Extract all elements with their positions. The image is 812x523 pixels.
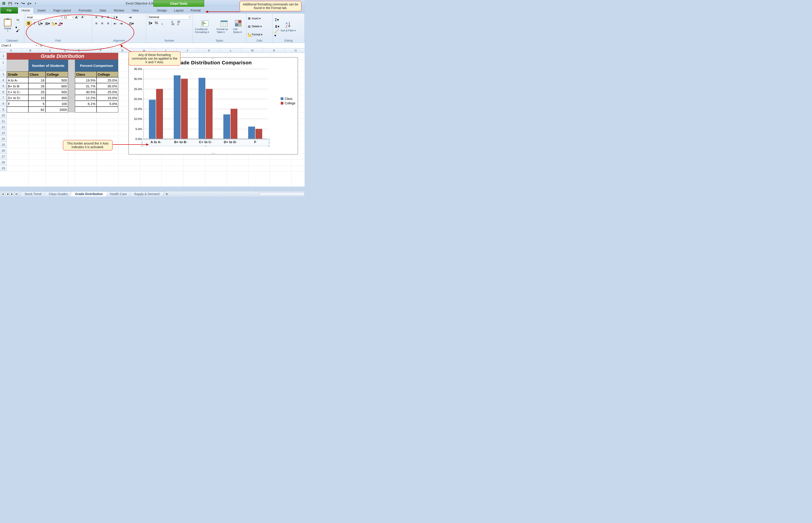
increase-decimal-icon[interactable]: .0.00 — [170, 21, 175, 25]
cell-styles-button[interactable]: Cell Styles ▾ — [232, 19, 245, 34]
bar[interactable] — [248, 126, 255, 139]
horizontal-scrollbar[interactable] — [260, 192, 305, 196]
table-subheader[interactable]: Class — [29, 71, 45, 77]
file-tab[interactable]: File — [0, 7, 18, 14]
table-subheader[interactable]: Class — [75, 71, 97, 77]
table-row[interactable]: 500 — [45, 89, 68, 95]
chart-legend[interactable]: Class College — [281, 96, 295, 106]
row-header-16[interactable]: 16 — [0, 148, 7, 154]
table-cell[interactable] — [68, 83, 75, 89]
bar[interactable] — [223, 114, 230, 139]
row-header-2[interactable]: 2 — [0, 60, 7, 71]
table-cell[interactable] — [7, 60, 29, 71]
table-total[interactable] — [97, 107, 118, 112]
table-row[interactable]: 5 — [29, 101, 45, 107]
col-header-F[interactable]: F — [90, 48, 112, 53]
row-header-12[interactable]: 12 — [0, 124, 7, 130]
row-header-8[interactable]: 8 — [0, 101, 7, 107]
table-row[interactable]: 25 — [29, 89, 45, 95]
table-row[interactable]: D+ to D- — [7, 95, 29, 101]
merge-center-icon[interactable]: ⊟▾ — [129, 21, 134, 26]
table-row[interactable]: 300 — [45, 95, 68, 101]
clear-icon[interactable]: 🧹▾ — [274, 31, 280, 36]
table-row[interactable]: 600 — [45, 83, 68, 89]
table-row[interactable]: 500 — [45, 77, 68, 83]
table-cell[interactable] — [68, 101, 75, 107]
align-bottom-icon[interactable]: ≡ — [106, 15, 111, 20]
tab-page-layout[interactable]: Page Layout — [50, 7, 75, 14]
excel-icon[interactable]: X — [1, 1, 7, 6]
tab-formulas[interactable]: Formulas — [75, 7, 96, 14]
table-cell[interactable] — [68, 60, 75, 71]
name-box[interactable]: Chart 3▾ — [0, 44, 38, 47]
autosum-icon[interactable]: Σ▾ — [274, 17, 280, 22]
table-cell[interactable] — [68, 77, 75, 83]
row-header-5[interactable]: 5 — [0, 83, 7, 89]
underline-button[interactable]: U▾ — [38, 21, 43, 26]
font-name-combo[interactable]: Arial▾ — [26, 15, 62, 20]
table-row[interactable]: 31.7% — [75, 83, 97, 89]
decrease-indent-icon[interactable]: ⇤ — [112, 21, 118, 26]
table-total[interactable] — [75, 107, 97, 112]
col-header-O[interactable]: O — [285, 48, 305, 53]
decrease-decimal-icon[interactable]: .00.0 — [176, 21, 181, 25]
chart-handle-bottom[interactable]: •••• — [211, 152, 215, 155]
format-painter-icon[interactable]: 🖌 — [15, 28, 21, 33]
table-row[interactable]: 15.0% — [97, 95, 118, 101]
table-row[interactable]: 30.0% — [97, 83, 118, 89]
number-format-combo[interactable]: General▾ — [148, 15, 190, 19]
table-row[interactable]: 25.0% — [97, 89, 118, 95]
paste-button[interactable]: Paste ▾ — [1, 18, 14, 33]
fill-color-button[interactable]: ▾ — [52, 21, 57, 26]
table-title[interactable]: Grade Distribution — [7, 53, 118, 60]
table-header[interactable]: Percent Comparison — [75, 60, 118, 71]
col-header-M[interactable]: M — [242, 48, 263, 53]
sheet-tab-health-care[interactable]: Health Care — [105, 191, 132, 197]
bar[interactable] — [231, 109, 237, 139]
table-row[interactable]: 5.0% — [97, 101, 118, 107]
save-icon[interactable]: 💾 — [7, 1, 13, 6]
table-header[interactable]: Number of Students — [29, 60, 68, 71]
sheet-tab-class-grades[interactable]: Class Grades — [43, 191, 73, 197]
row-header-11[interactable]: 11 — [0, 118, 7, 124]
table-row[interactable]: 25.0% — [97, 77, 118, 83]
tab-review[interactable]: Review — [110, 7, 128, 14]
table-row[interactable]: 19.5% — [75, 77, 97, 83]
bar[interactable] — [206, 89, 212, 139]
table-total[interactable] — [7, 107, 29, 112]
row-header-19[interactable]: 19 — [0, 165, 7, 171]
row-header-4[interactable]: 4 — [0, 77, 7, 83]
tab-design[interactable]: Design — [154, 7, 169, 14]
sheet-nav-last-icon[interactable]: ⏭ — [15, 192, 19, 196]
undo-icon[interactable]: ↶▾ — [14, 1, 19, 6]
align-center-icon[interactable]: ≡ — [99, 21, 105, 26]
font-size-combo[interactable]: 11▾ — [63, 15, 74, 20]
row-header-14[interactable]: 14 — [0, 136, 7, 142]
col-header-E[interactable]: E — [68, 48, 90, 53]
chart-handle-top[interactable]: •••• — [211, 57, 215, 60]
row-header-9[interactable]: 9 — [0, 107, 7, 112]
print-icon[interactable]: 🖨▾ — [26, 1, 32, 6]
border-button[interactable]: ⊞▾ — [45, 21, 50, 26]
table-subheader[interactable]: College — [97, 71, 118, 77]
bar[interactable] — [256, 129, 262, 139]
table-total[interactable]: 82 — [29, 107, 45, 112]
sheet-nav-prev-icon[interactable]: ◀ — [5, 192, 10, 196]
table-row[interactable]: 12.2% — [75, 95, 97, 101]
align-right-icon[interactable]: ≡ — [106, 21, 111, 26]
col-header-B[interactable]: B — [22, 48, 39, 53]
col-header-A[interactable]: A — [0, 48, 22, 53]
bold-button[interactable]: B — [26, 21, 31, 26]
table-subheader[interactable]: Grade — [7, 71, 29, 77]
tab-layout[interactable]: Layout — [171, 7, 186, 14]
table-row[interactable]: 16 — [29, 77, 45, 83]
tab-data[interactable]: Data — [96, 7, 110, 14]
table-cell[interactable] — [68, 89, 75, 95]
table-total[interactable]: 2000 — [45, 107, 68, 112]
fx-icon[interactable]: fx — [38, 44, 45, 48]
table-row[interactable]: 26 — [29, 83, 45, 89]
format-table-button[interactable]: Format as Table ▾ — [216, 19, 232, 34]
x-axis-selection[interactable] — [142, 139, 269, 146]
italic-button[interactable]: I — [32, 21, 37, 26]
bar[interactable] — [174, 75, 181, 139]
